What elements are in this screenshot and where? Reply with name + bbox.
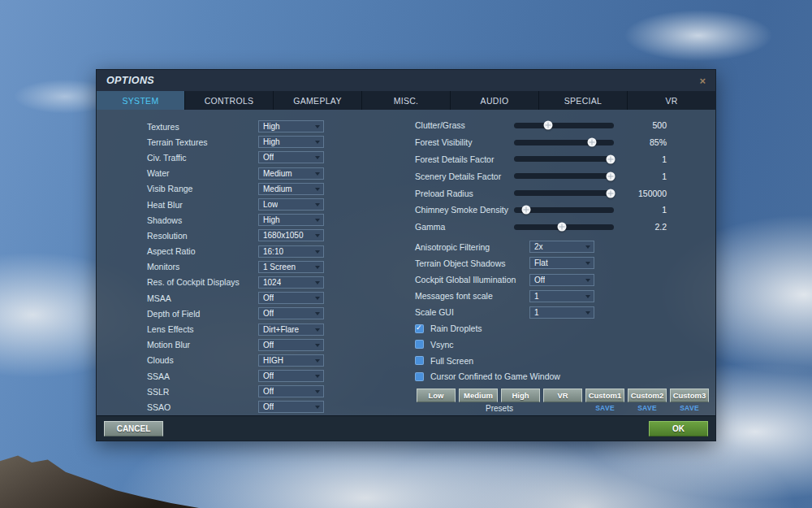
tab-controls[interactable]: CONTROLS	[185, 91, 274, 110]
chevron-down-icon	[315, 406, 320, 409]
depth-of-field-dropdown[interactable]: Off	[258, 307, 324, 319]
setting-row: Terrain Object Shadows Flat	[415, 255, 715, 271]
dropdown-value: Off	[263, 402, 274, 411]
scenery-details-factor-slider[interactable]	[514, 173, 614, 179]
setting-label: Cockpit Global Illumination	[415, 275, 529, 284]
water-dropdown[interactable]: Medium	[258, 167, 324, 180]
tab-misc[interactable]: MISC.	[362, 91, 451, 110]
vsync-checkbox[interactable]	[415, 340, 424, 349]
dropdown-value: Off	[263, 153, 274, 162]
footer-bar: CANCEL OK	[97, 415, 715, 441]
tab-audio[interactable]: AUDIO	[451, 91, 539, 110]
heat-blur-dropdown[interactable]: Low	[258, 198, 324, 211]
chevron-down-icon	[315, 390, 320, 393]
slider-row: Chimney Smoke Density 1	[415, 202, 715, 219]
ssaa-dropdown[interactable]: Off	[258, 370, 324, 382]
aspect-ratio-dropdown[interactable]: 16:10	[258, 245, 324, 258]
system-settings-panel: Textures High Terrain Textures High Civ.…	[97, 110, 715, 415]
cockpit-global-illumination-dropdown[interactable]: Off	[529, 274, 594, 286]
chevron-down-icon	[315, 125, 320, 128]
setting-row: Scale GUI 1	[415, 304, 715, 320]
setting-label: Lens Effects	[147, 324, 258, 334]
preset-custom2-button[interactable]: Custom2	[628, 389, 667, 402]
cockpit-displays-res-dropdown[interactable]: 1024	[258, 276, 324, 289]
messages-font-scale-dropdown[interactable]: 1	[529, 290, 594, 302]
preset-custom3-button[interactable]: Custom3	[670, 389, 709, 402]
msaa-dropdown[interactable]: Off	[258, 292, 324, 304]
forest-visibility-slider[interactable]	[514, 140, 614, 145]
scale-gui-dropdown[interactable]: 1	[529, 306, 594, 319]
preset-vr-button[interactable]: VR	[543, 389, 582, 402]
slider-handle[interactable]	[521, 206, 530, 215]
clouds-dropdown[interactable]: HIGH	[258, 354, 324, 367]
slider-handle[interactable]	[607, 154, 615, 163]
forest-details-factor-slider[interactable]	[514, 156, 614, 162]
dropdown-value: Off	[263, 341, 274, 350]
lens-effects-dropdown[interactable]: Dirt+Flare	[258, 323, 324, 336]
cursor-confined-checkbox[interactable]	[415, 372, 424, 381]
save-custom1-link[interactable]: SAVE	[585, 404, 624, 412]
preset-custom1-button[interactable]: Custom1	[585, 389, 624, 402]
civ-traffic-dropdown[interactable]: Off	[258, 151, 324, 163]
dropdown-value: Off	[534, 276, 545, 284]
clutter-grass-slider[interactable]	[514, 123, 614, 128]
cancel-button[interactable]: CANCEL	[104, 421, 163, 436]
slider-handle[interactable]	[543, 121, 552, 130]
anisotropic-filtering-dropdown[interactable]: 2x	[529, 241, 594, 253]
save-custom2-link[interactable]: SAVE	[628, 404, 667, 412]
resolution-dropdown[interactable]: 1680x1050	[258, 229, 324, 241]
gamma-slider[interactable]	[514, 224, 614, 230]
slider-value: 150000	[614, 189, 667, 198]
setting-row: Resolution 1680x1050	[147, 228, 412, 243]
preset-low-button[interactable]: Low	[417, 389, 456, 402]
setting-row: Civ. Traffic Off	[147, 150, 412, 165]
ok-button[interactable]: OK	[649, 421, 708, 436]
motion-blur-dropdown[interactable]: Off	[258, 339, 324, 351]
setting-label: Monitors	[147, 262, 258, 271]
tab-vr[interactable]: VR	[628, 91, 715, 110]
slider-label: Gamma	[415, 222, 514, 232]
shadows-dropdown[interactable]: High	[258, 214, 324, 226]
slider-handle[interactable]	[607, 189, 615, 198]
preload-radius-slider[interactable]	[514, 190, 614, 196]
chevron-down-icon	[315, 172, 320, 176]
setting-label: SSLR	[147, 387, 258, 397]
tab-special[interactable]: SPECIAL	[539, 91, 628, 110]
terrain-object-shadows-dropdown[interactable]: Flat	[529, 257, 594, 269]
tab-system[interactable]: SYSTEM	[97, 91, 185, 110]
dropdown-value: High	[263, 122, 280, 131]
setting-row: Res. of Cockpit Displays 1024	[147, 275, 412, 290]
dropdown-value: Medium	[263, 169, 292, 178]
rain-droplets-checkbox[interactable]	[415, 324, 424, 333]
dropdown-value: 1024	[263, 278, 281, 287]
slider-handle[interactable]	[587, 138, 596, 147]
ssao-dropdown[interactable]: Off	[258, 401, 324, 413]
slider-label: Scenery Details Factor	[415, 172, 514, 181]
preset-high-button[interactable]: High	[501, 389, 540, 402]
textures-dropdown[interactable]: High	[258, 120, 324, 132]
visib-range-dropdown[interactable]: Medium	[258, 183, 324, 195]
save-custom3-link[interactable]: SAVE	[670, 404, 709, 412]
sslr-dropdown[interactable]: Off	[258, 385, 324, 397]
monitors-dropdown[interactable]: 1 Screen	[258, 261, 324, 273]
tab-gameplay[interactable]: GAMEPLAY	[274, 91, 362, 110]
full-screen-checkbox[interactable]	[415, 356, 424, 365]
slider-handle[interactable]	[558, 223, 567, 232]
slider-handle[interactable]	[607, 172, 615, 180]
checkbox-label: Rain Droplets	[430, 323, 482, 333]
setting-row: Heat Blur Low	[147, 197, 412, 212]
chimney-smoke-density-slider[interactable]	[514, 207, 614, 213]
setting-row: Clouds HIGH	[147, 353, 412, 368]
close-icon[interactable]: ×	[699, 76, 706, 86]
chevron-down-icon	[315, 141, 320, 144]
chevron-down-icon	[315, 156, 320, 159]
preset-medium-button[interactable]: Medium	[459, 389, 498, 402]
setting-row: Depth of Field Off	[147, 306, 412, 321]
chevron-down-icon	[585, 279, 590, 282]
setting-label: Anisotropic Filtering	[415, 242, 529, 252]
chevron-down-icon	[585, 245, 590, 249]
setting-label: Messages font scale	[415, 291, 529, 301]
terrain-textures-dropdown[interactable]: High	[258, 136, 324, 148]
slider-value: 1	[614, 154, 667, 164]
slider-value: 1	[614, 172, 667, 181]
